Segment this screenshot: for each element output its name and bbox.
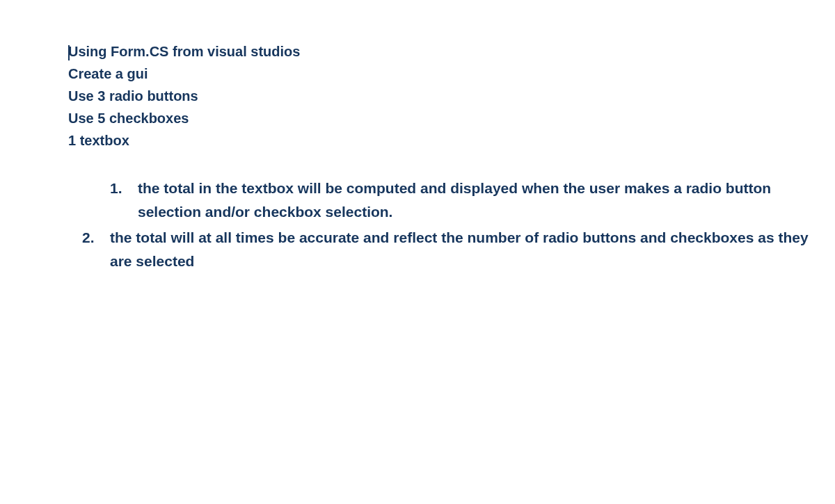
text-cursor (68, 45, 70, 60)
ordered-list-container: the total in the textbox will be compute… (68, 177, 821, 273)
intro-line-4: Use 5 checkboxes (68, 107, 821, 129)
list-item-1: the total in the textbox will be compute… (110, 177, 821, 223)
intro-line-1: Using Form.CS from visual studios (68, 40, 821, 63)
intro-line-5: 1 textbox (68, 129, 821, 152)
intro-line-3: Use 3 radio buttons (68, 85, 821, 107)
requirements-list: the total in the textbox will be compute… (110, 177, 821, 273)
list-item-2: the total will at all times be accurate … (82, 226, 821, 273)
intro-block: Using Form.CS from visual studios Create… (68, 40, 821, 152)
intro-text-1: Using Form.CS from visual studios (68, 44, 300, 59)
intro-line-2: Create a gui (68, 63, 821, 85)
